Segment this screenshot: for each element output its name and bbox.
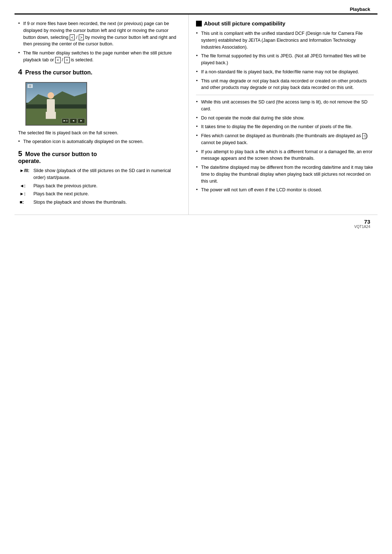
nav-next-box-2: > [64,57,69,63]
step-4-number: 4 [18,68,22,76]
step-4-heading: 4 Press the cursor button. [18,68,181,76]
operate-item-stop: ■: Stops the playback and shows the thum… [18,199,181,206]
operate-item-prev: ◄: Plays back the previous picture. [18,183,181,190]
cam-ui-overlay-bottom: ►II ◄ ► [62,118,85,123]
compat-bullet-4: This unit may degrade or not play back d… [196,78,374,91]
operate-label-stop: ■: [20,199,30,206]
bullet-item-1: If 9 or more files have been recorded, t… [18,20,181,48]
page-number: 73 [354,219,370,225]
operate-text-next: Plays back the next picture. [33,191,89,197]
page: Playback If 9 or more files have been re… [0,0,392,554]
cam-btn-play-pause: ►II [62,118,69,123]
operate-list: ►/II: Slide show (playback of the still … [18,167,181,206]
operate-text-stop: Stops the playback and shows the thumbna… [33,199,127,206]
nav-prev-box: < [70,34,75,40]
section-icon [196,21,202,27]
compat-bullet-7: It takes time to display the file depend… [196,123,374,130]
compat-bullet-1: This unit is compliant with the unified … [196,30,374,50]
operate-item-next: ►: Plays back the next picture. [18,191,181,197]
left-column: If 9 or more files have been recorded, t… [15,15,189,215]
step-4-caption: The selected file is played back on the … [18,130,181,137]
section-heading-label: About still picture compatibility [204,20,285,27]
header-title: Playback [350,7,370,12]
compat-bullet-2: The file format supported by this unit i… [196,53,374,66]
step-4-bullet-1: The operation icon is automatically disp… [18,138,181,145]
main-content: If 9 or more files have been recorded, t… [0,15,392,215]
cam-btn-right: ► [78,118,85,123]
compat-bullet-6: Do not operate the mode dial during the … [196,115,374,122]
step-4-bullets: The operation icon is automatically disp… [18,138,181,145]
nav-next-box: > [79,34,84,40]
person-skirt [46,112,56,119]
compat-bullet-8: Files which cannot be displayed as thumb… [196,133,374,146]
compat-bullet-5: While this unit accesses the SD card (th… [196,99,374,113]
thumbnail-placeholder-icon: ! [362,133,366,139]
bullet-item-2: The file number display switches to the … [18,50,181,64]
compat-bullets: This unit is compliant with the unified … [196,30,374,91]
cam-ui-overlay-top: ▯ [28,84,33,88]
compat-bullet-9: If you attempt to play back a file which… [196,148,374,162]
cam-icon-frame: ▯ [28,84,33,88]
footer: 73 VQT1A24 [0,215,392,231]
cam-btn-left: ◄ [70,118,77,123]
mid-divider [196,95,374,95]
operate-label-prev: ◄: [20,183,30,190]
compat-bullets-2: While this unit accesses the SD card (th… [196,99,374,194]
footer-right: 73 VQT1A24 [354,219,370,229]
step-5-label: Move the cursor button tooperate. [18,151,97,164]
operate-label-slideshow: ►/II: [20,167,30,181]
operate-text-slideshow: Slide show (playback of the still pictur… [33,167,181,181]
scene-person [44,92,57,121]
nav-prev-box-2: < [55,57,60,63]
section-heading-compat: About still picture compatibility [196,20,374,27]
header: Playback [0,0,392,13]
person-head [48,92,54,99]
intro-bullets: If 9 or more files have been recorded, t… [18,20,181,64]
operate-item-slideshow: ►/II: Slide show (playback of the still … [18,167,181,181]
compat-bullet-11: The power will not turn off even if the … [196,187,374,194]
operate-label-next: ►: [20,191,30,197]
right-column: About still picture compatibility This u… [189,15,377,215]
compat-bullet-10: The date/time displayed may be different… [196,164,374,184]
compat-bullet-3: If a non-standard file is played back, t… [196,69,374,76]
person-body [47,99,55,112]
camera-screen-image: ▯ ►II ◄ ► [25,82,87,126]
step-5-heading: 5 Move the cursor button tooperate. [18,150,181,164]
step-5-number: 5 [18,150,22,158]
operate-text-prev: Plays back the previous picture. [33,183,97,190]
step-4-label: Press the cursor button. [25,69,93,76]
model-number: VQT1A24 [354,225,370,229]
